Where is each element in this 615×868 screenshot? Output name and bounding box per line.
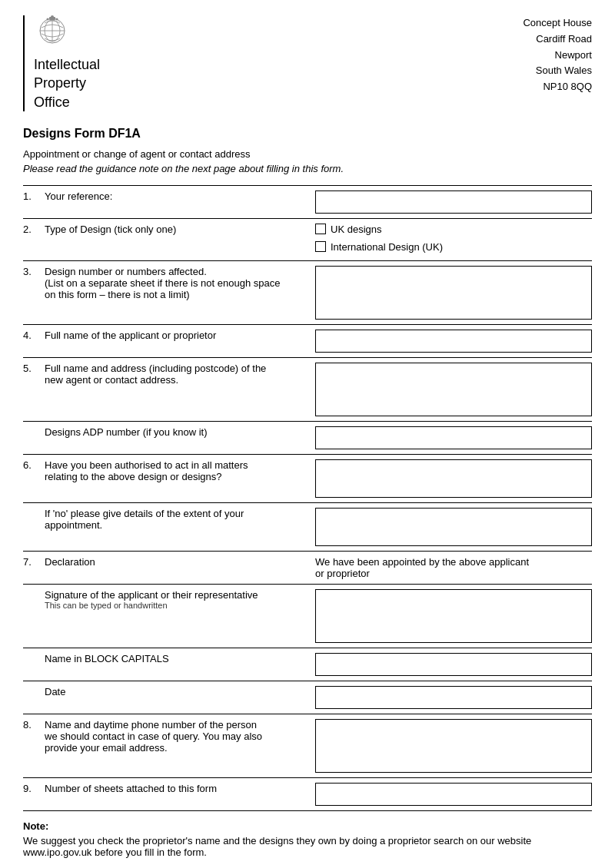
- field-7-header-row: 7. Declaration We have been appointed by…: [23, 551, 592, 584]
- field-1-input-area: [315, 190, 592, 214]
- field-4-input-area: [315, 330, 592, 353]
- signature-input-area: [315, 589, 592, 643]
- name-block-input[interactable]: [315, 653, 592, 676]
- date-row: Date: [23, 681, 592, 714]
- org-identity: Intellectual Property Office: [34, 15, 100, 111]
- uk-designs-option[interactable]: UK designs: [315, 224, 592, 235]
- field-8-input-area: [315, 719, 592, 773]
- address-block: Concept House Cardiff Road Newport South…: [523, 15, 592, 95]
- field-4-row: 4. Full name of the applicant or proprie…: [23, 324, 592, 357]
- field-9-label: 9. Number of sheets attached to this for…: [23, 783, 315, 794]
- field-1-row: 1. Your reference:: [23, 185, 592, 218]
- field-6-input-area: [315, 459, 592, 498]
- agent-address-input[interactable]: [315, 363, 592, 416]
- field-1-label: 1. Your reference:: [23, 190, 315, 202]
- adp-number-label: Designs ADP number (if you know it): [23, 426, 315, 438]
- field-3-label: 3. Design number or numbers affected.(Li…: [23, 266, 315, 300]
- field-8-row: 8. Name and daytime phone number of the …: [23, 714, 592, 777]
- field-7-label: 7. Declaration: [23, 556, 315, 568]
- form-title: Designs Form DF1A: [23, 127, 592, 141]
- field-6b-input-area: [315, 508, 592, 546]
- field-2-label: 2. Type of Design (tick only one): [23, 224, 315, 235]
- field-9-row: 9. Number of sheets attached to this for…: [23, 777, 592, 811]
- field-5-label: 5. Full name and address (including post…: [23, 363, 315, 386]
- org-name: Intellectual Property Office: [34, 55, 100, 111]
- field-6b-label: If 'no' please give details of the exten…: [23, 508, 315, 531]
- svg-point-7: [56, 18, 58, 21]
- field-7-declaration-text: We have been appointed by the above appl…: [315, 556, 592, 579]
- authorised-input[interactable]: [315, 459, 592, 498]
- field-9-input-area: [315, 783, 592, 806]
- date-label: Date: [23, 686, 315, 697]
- field-4-label: 4. Full name of the applicant or proprie…: [23, 330, 315, 341]
- svg-point-5: [51, 15, 54, 18]
- field-6-label: 6. Have you been authorised to act in al…: [23, 459, 315, 482]
- page-header: Intellectual Property Office Concept Hou…: [23, 15, 592, 111]
- design-number-input[interactable]: [315, 266, 592, 320]
- adp-number-input-area: [315, 426, 592, 449]
- date-input[interactable]: [315, 686, 592, 709]
- name-block-row: Name in BLOCK CAPITALS: [23, 648, 592, 681]
- sheets-attached-input[interactable]: [315, 783, 592, 806]
- note-title: Note:: [23, 820, 592, 832]
- form-subtitle: Appointment or change of agent or contac…: [23, 148, 592, 160]
- appointment-extent-input[interactable]: [315, 508, 592, 546]
- field-6-row: 6. Have you been authorised to act in al…: [23, 454, 592, 502]
- adp-number-row: Designs ADP number (if you know it): [23, 421, 592, 454]
- field-6b-row: If 'no' please give details of the exten…: [23, 502, 592, 551]
- signature-label: Signature of the applicant or their repr…: [23, 589, 315, 610]
- field-2-options: UK designs International Design (UK): [315, 224, 592, 256]
- field-8-label: 8. Name and daytime phone number of the …: [23, 719, 315, 754]
- form-subtitle-italic: Please read the guidance note on the nex…: [23, 163, 592, 174]
- note-section: Note: We suggest you check the proprieto…: [23, 820, 592, 858]
- your-reference-input[interactable]: [315, 190, 592, 214]
- signature-input[interactable]: [315, 589, 592, 643]
- signature-row: Signature of the applicant or their repr…: [23, 584, 592, 648]
- field-5-input-area: [315, 363, 592, 416]
- note-text: We suggest you check the proprietor's na…: [23, 835, 592, 858]
- field-5-row: 5. Full name and address (including post…: [23, 357, 592, 421]
- contact-details-input[interactable]: [315, 719, 592, 773]
- date-input-area: [315, 686, 592, 709]
- applicant-name-input[interactable]: [315, 330, 592, 353]
- field-3-input-area: [315, 266, 592, 320]
- international-design-checkbox[interactable]: [315, 241, 326, 252]
- field-3-row: 3. Design number or numbers affected.(Li…: [23, 260, 592, 324]
- svg-point-6: [47, 18, 49, 21]
- international-design-option[interactable]: International Design (UK): [315, 241, 592, 253]
- name-block-label: Name in BLOCK CAPITALS: [23, 653, 315, 664]
- crown-emblem-icon: [34, 15, 71, 52]
- name-block-input-area: [315, 653, 592, 676]
- adp-number-input[interactable]: [315, 426, 592, 449]
- field-2-row: 2. Type of Design (tick only one) UK des…: [23, 218, 592, 260]
- uk-designs-checkbox[interactable]: [315, 224, 326, 234]
